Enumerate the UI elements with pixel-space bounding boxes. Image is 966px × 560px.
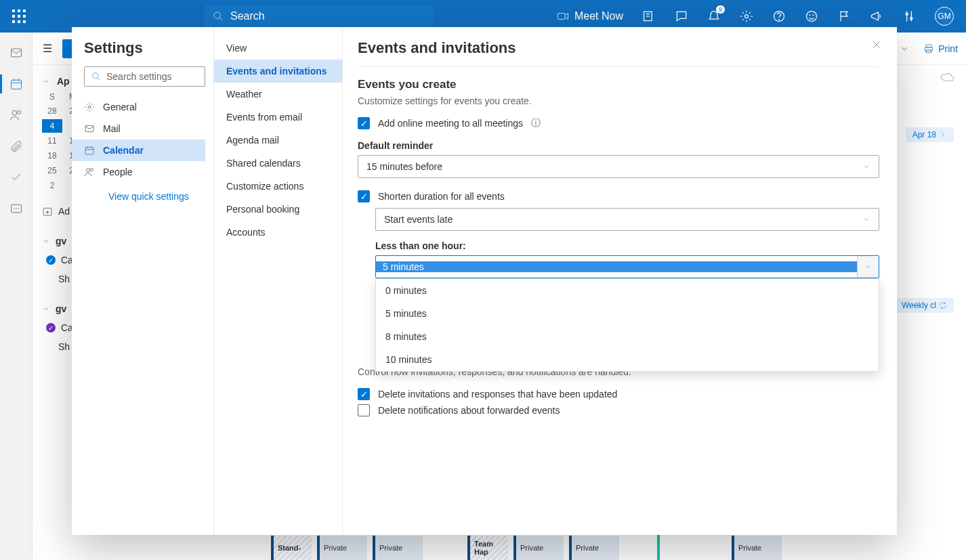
- event-block[interactable]: Private: [732, 536, 782, 560]
- notifications-icon[interactable]: 9: [707, 9, 721, 23]
- weekly-event-chip[interactable]: Weekly cl: [895, 298, 954, 313]
- calendar-rail-icon[interactable]: [9, 77, 23, 91]
- emoji-icon[interactable]: [805, 9, 818, 23]
- month-label: Ap: [57, 76, 70, 87]
- gear-icon[interactable]: [740, 9, 753, 23]
- combo-input[interactable]: [376, 261, 857, 272]
- checkbox-delete-invitations[interactable]: ✓: [358, 388, 370, 400]
- chevron-down-icon[interactable]: [42, 237, 50, 245]
- event-label: Private: [379, 544, 419, 552]
- nav-label: Calendar: [103, 145, 144, 156]
- tasks-rail-icon[interactable]: [9, 171, 23, 184]
- svg-point-6: [745, 15, 749, 18]
- checkbox-online-meeting[interactable]: ✓: [358, 117, 370, 129]
- nav-general[interactable]: General: [72, 96, 205, 118]
- subnav-agenda-mail[interactable]: Agenda mail: [214, 129, 342, 152]
- calendar-item[interactable]: Sh: [58, 274, 70, 284]
- combo-caret[interactable]: [857, 256, 879, 278]
- event-block[interactable]: Private: [569, 536, 619, 560]
- event-block[interactable]: Stand-: [271, 536, 312, 560]
- nav-mail[interactable]: Mail: [72, 118, 205, 139]
- svg-point-0: [214, 12, 220, 18]
- flag-icon[interactable]: [837, 9, 851, 23]
- event-block[interactable]: Private: [373, 536, 423, 560]
- chevron-down-icon: [862, 215, 870, 223]
- customize-icon[interactable]: [902, 9, 916, 23]
- app-launcher-icon[interactable]: [12, 9, 26, 23]
- chevron-down-icon[interactable]: [42, 77, 50, 85]
- event-block[interactable]: Private: [513, 536, 564, 560]
- more-rail-icon[interactable]: [9, 202, 23, 215]
- select-default-reminder[interactable]: 15 minutes before: [358, 155, 879, 178]
- hamburger-icon[interactable]: ☰: [41, 42, 54, 55]
- weekly-chip-label: Weekly cl: [902, 301, 936, 310]
- select-start-late[interactable]: Start events late: [375, 208, 879, 231]
- subnav-shared-calendars[interactable]: Shared calendars: [214, 152, 342, 175]
- settings-modal: Settings Search settings General Mail Ca…: [72, 27, 897, 535]
- chevron-down-icon[interactable]: [899, 43, 910, 54]
- add-calendar-icon[interactable]: [42, 206, 53, 217]
- mail-rail-icon[interactable]: [9, 46, 23, 60]
- info-icon[interactable]: ⓘ: [531, 117, 541, 129]
- subnav-accounts[interactable]: Accounts: [214, 221, 342, 244]
- combo-less-than-hour[interactable]: [375, 255, 879, 278]
- combo-option[interactable]: 0 minutes: [376, 279, 879, 302]
- checkbox-delinv-label: Delete invitations and responses that ha…: [378, 389, 617, 400]
- gear-icon: [84, 102, 95, 112]
- help-icon[interactable]: [772, 9, 786, 23]
- cloud-icon[interactable]: [940, 72, 954, 84]
- event-block[interactable]: Private: [317, 536, 367, 560]
- checkbox-online-label: Add online meeting to all meetings: [378, 118, 523, 129]
- mini-day-selected[interactable]: 4: [42, 119, 62, 133]
- section-title-create: Events you create: [358, 78, 879, 91]
- megaphone-icon[interactable]: [870, 9, 883, 23]
- news-icon[interactable]: [642, 9, 656, 23]
- settings-search-input[interactable]: Search settings: [84, 66, 205, 87]
- subnav-customize-actions[interactable]: Customize actions: [214, 175, 342, 198]
- calendar-group-1[interactable]: gv: [56, 236, 66, 246]
- nav-people[interactable]: People: [72, 161, 205, 183]
- global-search-input[interactable]: Search: [205, 5, 434, 27]
- mini-day[interactable]: 25: [42, 164, 62, 177]
- people-rail-icon[interactable]: [9, 108, 23, 122]
- search-placeholder: Search: [230, 10, 265, 22]
- svg-point-11: [813, 15, 814, 16]
- close-button[interactable]: [871, 39, 882, 53]
- people-icon: [84, 167, 95, 177]
- combo-option[interactable]: 10 minutes: [376, 348, 879, 371]
- label-less-than-hour: Less than one hour:: [375, 240, 879, 251]
- event-block[interactable]: Team Hap: [467, 536, 508, 560]
- mini-day[interactable]: 18: [42, 149, 62, 163]
- subnav-view[interactable]: View: [214, 37, 342, 60]
- svg-rect-34: [85, 125, 93, 131]
- print-label: Print: [938, 43, 958, 54]
- subnav-weather[interactable]: Weather: [214, 83, 342, 106]
- mini-day[interactable]: 11: [42, 134, 62, 148]
- subnav-events-invitations[interactable]: Events and invitations: [214, 60, 342, 83]
- video-icon: [557, 10, 569, 22]
- event-label: Private: [324, 544, 363, 552]
- subnav-events-from-email[interactable]: Events from email: [214, 106, 342, 129]
- nav-calendar[interactable]: Calendar: [72, 139, 205, 161]
- notification-badge: 9: [716, 5, 725, 14]
- combo-option[interactable]: 8 minutes: [376, 325, 879, 348]
- checkbox-shorten-duration[interactable]: ✓: [358, 190, 370, 202]
- mini-day[interactable]: 2: [42, 179, 62, 192]
- print-button[interactable]: Print: [923, 43, 958, 54]
- checkbox-delete-notifications[interactable]: [358, 404, 370, 416]
- mini-day[interactable]: 28: [42, 104, 62, 118]
- meet-now-button[interactable]: Meet Now: [557, 10, 623, 22]
- subnav-personal-booking[interactable]: Personal booking: [214, 198, 342, 221]
- chat-bubble-icon[interactable]: [675, 9, 688, 23]
- calendar-group-2[interactable]: gv: [56, 303, 66, 314]
- attach-rail-icon[interactable]: [9, 139, 23, 153]
- calendar-item[interactable]: Sh: [58, 341, 70, 352]
- profile-avatar[interactable]: GM: [935, 7, 954, 26]
- view-quick-settings-link[interactable]: View quick settings: [84, 183, 205, 202]
- chevron-down-icon[interactable]: [42, 305, 50, 313]
- combo-option[interactable]: 5 minutes: [376, 302, 879, 325]
- svg-point-9: [807, 12, 817, 22]
- add-calendar-label[interactable]: Ad: [58, 206, 70, 217]
- svg-point-33: [88, 106, 91, 108]
- date-chip[interactable]: Apr 18: [906, 127, 954, 142]
